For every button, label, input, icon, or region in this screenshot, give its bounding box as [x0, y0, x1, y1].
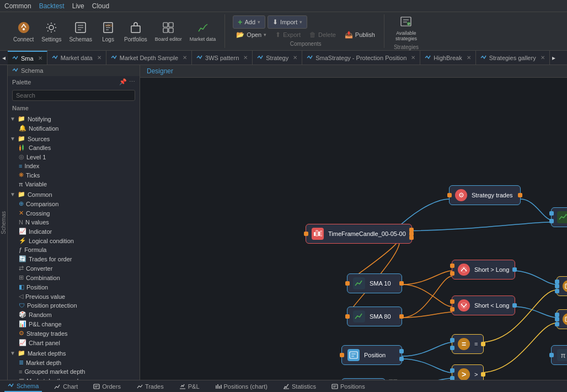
- open-button[interactable]: 📂 Open ▾: [233, 30, 270, 40]
- tab-market-data[interactable]: Market data ✕: [47, 51, 106, 65]
- tab-3ws[interactable]: 3WS pattern ✕: [192, 51, 253, 65]
- node-sma80[interactable]: SMA 80: [347, 307, 402, 326]
- tree-leaf-random[interactable]: 🎲 Random: [17, 310, 140, 319]
- tab-sma-strategy-close[interactable]: ✕: [411, 55, 415, 61]
- sidebar-toggle[interactable]: Schemas: [0, 65, 8, 380]
- tree-leaf-combination[interactable]: ⊞ Combination: [17, 273, 140, 282]
- palette-pin[interactable]: 📌: [119, 78, 127, 85]
- node-short-gt-long[interactable]: Short > Long: [452, 260, 515, 280]
- tab-strategies-gallery-close[interactable]: ✕: [541, 55, 545, 61]
- tree-leaf-variable[interactable]: π Variable: [17, 180, 140, 189]
- status-tab-positions-chart[interactable]: Positions (chart): [212, 380, 271, 392]
- tab-market-depth-close[interactable]: ✕: [183, 55, 187, 61]
- tab-highbreak[interactable]: HighBreak ✕: [420, 51, 475, 65]
- market-data-button[interactable]: Market data: [186, 18, 220, 44]
- trades-order-label: Trades for order: [29, 256, 72, 262]
- node-strategy-trades[interactable]: ⚙ Strategy trades: [449, 185, 521, 205]
- node-and2[interactable]: AND: [557, 309, 567, 329]
- board-editor-button[interactable]: Board editor: [152, 18, 185, 44]
- tree-group-notifying-header[interactable]: ▼ 📁 Notifying: [8, 114, 140, 123]
- tab-market-data-close[interactable]: ✕: [97, 55, 101, 61]
- tree-leaf-ticks[interactable]: ❋ Ticks: [17, 170, 140, 180]
- status-tab-statistics[interactable]: Statistics: [280, 380, 319, 392]
- tab-3ws-close[interactable]: ✕: [243, 55, 248, 61]
- publish-label: Publish: [355, 31, 375, 38]
- settings-button[interactable]: Settings: [38, 18, 65, 44]
- tree-group-market-depths-header[interactable]: ▼ 📁 Market depths: [8, 348, 140, 358]
- tab-sma-close[interactable]: ✕: [38, 55, 42, 61]
- tree-leaf-level1[interactable]: ◎ Level 1: [17, 152, 140, 162]
- node-short-lt-long[interactable]: Short < Long: [452, 296, 515, 315]
- logs-button[interactable]: LOG Logs: [97, 18, 120, 44]
- status-tab-schema[interactable]: Schema: [4, 380, 42, 392]
- tab-sma-strategy[interactable]: SmaStrategy - Protection Position ✕: [302, 51, 420, 65]
- tab-scroll-left[interactable]: ◂: [0, 51, 8, 65]
- status-tab-positions[interactable]: Positions: [328, 380, 368, 392]
- tab-strategies-gallery[interactable]: Strategies gallery ✕: [476, 51, 550, 65]
- node-position[interactable]: Position: [341, 345, 402, 365]
- svg-rect-8: [163, 28, 168, 33]
- tree-leaf-candles[interactable]: Candles: [17, 143, 140, 152]
- menu-cloud[interactable]: Cloud: [92, 2, 109, 10]
- tree-leaf-pos-protection[interactable]: 🛡 Position protection: [17, 301, 140, 310]
- schema-small-icon: [12, 67, 19, 74]
- publish-button[interactable]: 📤 Publish: [341, 30, 378, 40]
- tree-leaf-comparison[interactable]: ⊕ Comparison: [17, 199, 140, 208]
- tree-leaf-grouped-depth[interactable]: ≡ Grouped market depth: [17, 367, 140, 376]
- tree-leaf-position[interactable]: ◧ Position: [17, 282, 140, 292]
- schemas-button[interactable]: Schemas: [66, 18, 95, 44]
- status-tab-orders[interactable]: Orders: [90, 380, 124, 392]
- index-label: Index: [24, 163, 39, 169]
- tree-group-common-header[interactable]: ▼ 📁 Common: [8, 190, 140, 199]
- status-tab-chart[interactable]: Chart: [51, 380, 81, 392]
- node-eq[interactable]: = =: [452, 334, 484, 354]
- export-button[interactable]: ⬆ Export: [272, 30, 304, 40]
- menu-live[interactable]: Live: [72, 2, 84, 10]
- tab-scroll-right[interactable]: ▸: [550, 51, 558, 65]
- eq-port-left-1: [450, 338, 454, 342]
- search-input[interactable]: [12, 90, 135, 101]
- node-and1[interactable]: AND: [557, 276, 567, 296]
- tree-leaf-formula[interactable]: ƒ Formula: [17, 245, 140, 254]
- canvas[interactable]: TimeFrameCandle_00-05-00 ⚙ Strategy trad…: [140, 78, 567, 380]
- menu-backtest[interactable]: Backtest: [39, 2, 65, 10]
- tree-leaf-logical[interactable]: ⚡ Logical condition: [17, 236, 140, 245]
- tree-leaf-crossing[interactable]: ✕ Crossing: [17, 208, 140, 218]
- tree-leaf-pnl[interactable]: 📊 P&L change: [17, 319, 140, 329]
- tree-leaf-indicator[interactable]: 📈 Indicator: [17, 227, 140, 236]
- status-tab-trades[interactable]: Trades: [133, 380, 167, 392]
- tree-leaf-trades-order[interactable]: 🔄 Trades for order: [17, 254, 140, 264]
- tree-leaf-chart-panel[interactable]: 📈 Chart panel: [17, 338, 140, 347]
- short-gt-port-left-2: [450, 271, 454, 276]
- tab-highbreak-close[interactable]: ✕: [467, 55, 471, 61]
- node-gt[interactable]: > >: [452, 364, 484, 380]
- menu-common[interactable]: Common: [4, 2, 31, 10]
- portfolios-button[interactable]: Portfolios: [121, 18, 151, 44]
- node-sma10[interactable]: SMA 10: [347, 273, 402, 293]
- tree-leaf-depth-panel[interactable]: ▦ Market depth panel: [17, 376, 140, 380]
- add-button[interactable]: + Add ▾: [233, 15, 265, 29]
- variable-label: Variable: [25, 181, 47, 187]
- connect-button[interactable]: Connect: [10, 18, 37, 44]
- tree-leaf-strategy-trades[interactable]: ⚙ Strategy trades: [17, 329, 140, 338]
- tree-leaf-prev-value[interactable]: ◁ Previous value: [17, 292, 140, 301]
- tree-group-sources-header[interactable]: ▼ 📁 Sources: [8, 134, 140, 143]
- available-strategies-button[interactable]: Availablestrategies: [392, 12, 420, 43]
- node-timeframe[interactable]: TimeFrameCandle_00-05-00: [306, 224, 412, 244]
- tree-leaf-notification[interactable]: 🔔 Notification: [17, 123, 140, 133]
- tree-leaf-n-values[interactable]: N N values: [17, 218, 140, 227]
- tree-leaf-market-depth[interactable]: ≣ Market depth: [17, 358, 140, 367]
- status-tab-pnl[interactable]: P&L: [176, 380, 203, 392]
- tree-leaf-converter[interactable]: ⇄ Converter: [17, 264, 140, 273]
- tab-market-depth[interactable]: Market Depth Sample ✕: [106, 51, 192, 65]
- palette-more[interactable]: ⋯: [129, 78, 135, 85]
- tab-sma-label: Sma: [21, 55, 34, 62]
- tab-strategy[interactable]: Strategy ✕: [253, 51, 302, 65]
- delete-button[interactable]: 🗑 Delete: [306, 30, 339, 40]
- tree-leaf-index[interactable]: ≡ Index: [17, 162, 140, 170]
- node-vol-eq-1[interactable]: π Vol = 1: [551, 345, 567, 365]
- node-chart-panel[interactable]: Chart panel: [551, 207, 567, 227]
- import-button[interactable]: ⬇ Import ▾: [268, 15, 307, 29]
- tab-sma[interactable]: Sma ✕: [8, 51, 47, 65]
- tab-strategy-close[interactable]: ✕: [293, 55, 297, 61]
